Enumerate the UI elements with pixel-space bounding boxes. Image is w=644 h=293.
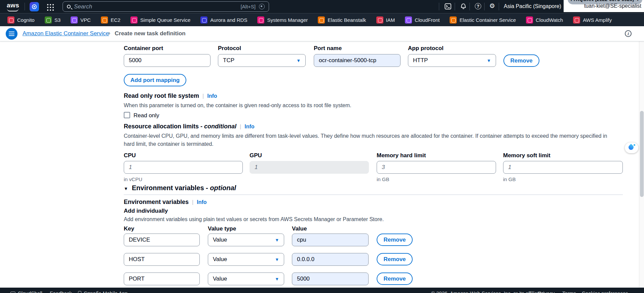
systems-manager-icon bbox=[257, 16, 264, 24]
cloudwatch-icon bbox=[526, 16, 533, 24]
add-port-mapping-button[interactable]: Add port mapping bbox=[124, 74, 186, 86]
iam-icon bbox=[376, 16, 383, 24]
cloudshell-icon[interactable] bbox=[445, 3, 451, 10]
aws-console-page: aws [Alt+S] ? ⚙ Asia bbox=[0, 0, 644, 293]
account-email-tooltip: tuan-kiet@SE-specialist bbox=[584, 3, 641, 9]
env-variables-title: Environment variables|Info bbox=[124, 199, 207, 206]
value-column-header: Value bbox=[292, 225, 307, 232]
sqs-icon bbox=[130, 16, 138, 24]
memory-hard-limit-input[interactable] bbox=[377, 161, 496, 174]
vpc-icon bbox=[71, 16, 78, 24]
port-name-label: Port name bbox=[314, 45, 342, 52]
gpu-label: GPU bbox=[250, 152, 262, 159]
scrollbar-thumb[interactable] bbox=[640, 111, 644, 197]
favorites-item-sqs[interactable]: Simple Queue Service bbox=[130, 16, 190, 24]
env-remove-button-1[interactable]: Remove bbox=[377, 234, 413, 246]
env-value-type-select-3[interactable]: Value▼ bbox=[208, 273, 284, 285]
region-selector[interactable]: Asia Pacific (Singapore)▾ bbox=[504, 3, 566, 9]
favorites-item-s3[interactable]: S3 bbox=[45, 16, 61, 24]
footer-terms-link[interactable]: Terms bbox=[562, 290, 576, 293]
services-grid-icon[interactable] bbox=[47, 4, 48, 5]
value-type-column-header: Value type bbox=[208, 225, 236, 232]
footer-copyright: © 2026, Amazon Web Services, Inc. or its… bbox=[431, 290, 545, 293]
favorites-item-ecs[interactable]: Elastic Container Service bbox=[450, 16, 516, 24]
gpu-input bbox=[250, 161, 369, 174]
env-section-header[interactable]: ▼ Environment variables - optional bbox=[124, 184, 236, 192]
favorites-item-vpc[interactable]: VPC bbox=[71, 16, 91, 24]
env-description: Add environment variables using plain te… bbox=[124, 215, 384, 223]
global-search[interactable]: [Alt+S] bbox=[63, 1, 269, 12]
env-key-input-1[interactable] bbox=[124, 234, 200, 246]
floating-extension-widget[interactable] bbox=[625, 142, 638, 153]
section-expanded-icon: ▼ bbox=[124, 186, 128, 191]
chevron-down-icon: ▼ bbox=[275, 257, 279, 262]
memory-soft-limit-input[interactable] bbox=[503, 161, 623, 174]
env-key-input-3[interactable] bbox=[124, 273, 200, 285]
resource-limits-description: Container-level CPU, GPU, and memory lim… bbox=[124, 132, 615, 148]
page-scrollbar[interactable] bbox=[639, 26, 644, 288]
port-name-input[interactable] bbox=[314, 54, 401, 67]
memory-hard-limit-label: Memory hard limit bbox=[377, 152, 426, 159]
footer-cookies-link[interactable]: Cookies preferences bbox=[582, 290, 628, 293]
read-only-checkbox[interactable] bbox=[124, 112, 130, 118]
info-icon[interactable]: i bbox=[625, 30, 632, 37]
favorites-item-iam[interactable]: IAM bbox=[376, 16, 395, 24]
breadcrumb-service-link[interactable]: Amazon Elastic Container Service bbox=[23, 30, 109, 37]
notifications-bell-icon[interactable] bbox=[460, 3, 467, 10]
resource-limits-info-link[interactable]: Info bbox=[244, 124, 254, 129]
favorites-item-amplify[interactable]: AWS Amplify bbox=[573, 16, 612, 24]
env-value-input-3[interactable] bbox=[292, 273, 369, 285]
amplify-icon bbox=[573, 16, 580, 24]
env-value-type-select-2[interactable]: Value▼ bbox=[208, 253, 284, 266]
footer-feedback[interactable]: Feedback bbox=[50, 290, 72, 293]
footer-mobile-app[interactable]: Спроба Mobile App bbox=[78, 290, 128, 293]
add-individually-title: Add individually bbox=[124, 208, 168, 214]
app-protocol-label: App protocol bbox=[408, 45, 444, 52]
cognito-icon bbox=[7, 16, 14, 24]
env-value-input-2[interactable] bbox=[292, 253, 369, 266]
env-key-input-2[interactable] bbox=[124, 253, 200, 266]
task-definition-form: Container port Protocol TCP▼ Port name A… bbox=[0, 41, 644, 288]
favorites-bar: Cognito S3 VPC EC2 Simple Queue Service … bbox=[0, 13, 644, 26]
divider bbox=[124, 195, 623, 195]
help-icon[interactable]: ? bbox=[475, 3, 482, 10]
chevron-down-icon: ▼ bbox=[487, 58, 491, 63]
key-column-header: Key bbox=[124, 225, 134, 232]
search-input[interactable] bbox=[74, 3, 240, 10]
resource-limits-title: Resource allocation limits - conditional… bbox=[124, 123, 255, 130]
rds-icon bbox=[200, 16, 207, 24]
ecs-service-icon[interactable] bbox=[30, 2, 39, 11]
ec2-icon bbox=[101, 16, 108, 24]
favorites-item-systems-manager[interactable]: Systems Manager bbox=[257, 16, 308, 24]
protocol-select[interactable]: TCP▼ bbox=[218, 54, 306, 67]
container-port-input[interactable] bbox=[124, 54, 211, 67]
favorites-item-ec2[interactable]: EC2 bbox=[101, 16, 120, 24]
remove-port-mapping-button[interactable]: Remove bbox=[503, 54, 539, 67]
aws-logo-smile bbox=[7, 9, 18, 11]
read-only-info-link[interactable]: Info bbox=[207, 93, 217, 99]
env-variables-info-link[interactable]: Info bbox=[197, 199, 206, 205]
container-port-label: Container port bbox=[124, 45, 163, 52]
footer-cloudshell[interactable]: CloudShell bbox=[10, 290, 42, 293]
favorites-item-cloudfront[interactable]: CloudFront bbox=[405, 16, 440, 24]
env-value-type-select-1[interactable]: Value▼ bbox=[208, 234, 284, 246]
breadcrumb-current: Create new task definition bbox=[115, 30, 186, 37]
cpu-input[interactable] bbox=[124, 161, 243, 174]
search-scope-icon[interactable] bbox=[259, 4, 265, 9]
cloudshell-icon bbox=[10, 292, 15, 293]
breadcrumb-bar: Amazon Elastic Container Service › Creat… bbox=[0, 26, 644, 41]
chevron-down-icon: ▼ bbox=[275, 238, 279, 243]
favorites-item-aurora-rds[interactable]: Aurora and RDS bbox=[200, 16, 247, 24]
app-protocol-select[interactable]: HTTP▼ bbox=[408, 54, 496, 67]
memory-soft-limit-helper: in GB bbox=[503, 176, 516, 182]
footer-privacy-link[interactable]: Privacy bbox=[538, 290, 555, 293]
favorites-item-cognito[interactable]: Cognito bbox=[7, 16, 35, 24]
favorites-item-cloudwatch[interactable]: CloudWatch bbox=[526, 16, 563, 24]
env-remove-button-3[interactable]: Remove bbox=[377, 273, 413, 285]
favorites-item-elastic-beanstalk[interactable]: Elastic Beanstalk bbox=[318, 16, 366, 24]
env-remove-button-2[interactable]: Remove bbox=[377, 253, 413, 265]
settings-gear-icon[interactable]: ⚙ bbox=[489, 3, 496, 9]
aws-logo[interactable]: aws bbox=[7, 2, 19, 9]
menu-button[interactable] bbox=[6, 28, 17, 40]
env-value-input-1[interactable] bbox=[292, 234, 369, 246]
